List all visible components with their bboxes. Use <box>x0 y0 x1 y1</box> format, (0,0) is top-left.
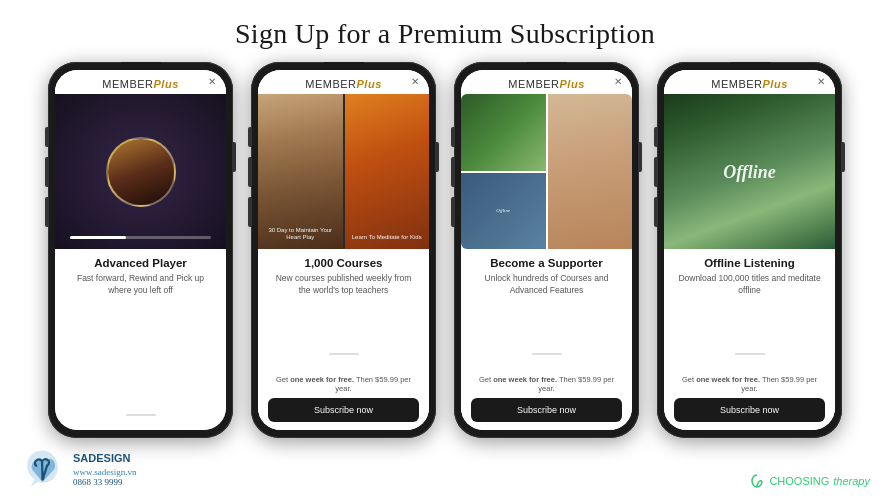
member-plus-label-1: MEMBERPlus <box>102 78 179 90</box>
member-plus-label-4: MEMBERPlus <box>711 78 788 90</box>
feature-desc-1: Fast forward, Rewind and Pick up where y… <box>67 273 214 408</box>
screen-footer-4: Get one week for free. Then $59.99 per y… <box>664 369 835 430</box>
sadesign-logo-icon <box>20 446 65 491</box>
divider-1 <box>126 414 156 416</box>
feature-title-2: 1,000 Courses <box>270 257 417 269</box>
screen-content-4: Offline Listening Download 100,000 title… <box>664 249 835 369</box>
trial-text-2: Get one week for free. Then $59.99 per y… <box>268 375 419 393</box>
feature-title-3: Become a Supporter <box>473 257 620 269</box>
feature-title-1: Advanced Player <box>67 257 214 269</box>
screen-header-4: MEMBERPlus ✕ <box>664 70 835 94</box>
page-title: Sign Up for a Premium Subscription <box>0 0 890 62</box>
screen-image-2: 30 Day to Maintain Your Heart Play Learn… <box>258 94 429 249</box>
watermark-choosing-therapy: CHOOSING therapy <box>749 473 870 489</box>
phone-4: MEMBERPlus ✕ Offline Listening Download … <box>657 62 842 438</box>
close-icon-4[interactable]: ✕ <box>817 76 825 87</box>
divider-2 <box>329 353 359 355</box>
member-plus-label-3: MEMBERPlus <box>508 78 585 90</box>
screen-content-3: Become a Supporter Unlock hundreds of Co… <box>461 249 632 369</box>
choosing-label: CHOOSING <box>769 475 829 487</box>
leaf-icon <box>749 473 765 489</box>
feature-desc-2: New courses published weekly from the wo… <box>270 273 417 347</box>
sadesign-phone: 0868 33 9999 <box>73 477 136 487</box>
screen-header-2: MEMBERPlus ✕ <box>258 70 429 94</box>
screen-content-2: 1,000 Courses New courses published week… <box>258 249 429 369</box>
sadesign-brand: SADESIGN <box>73 450 136 467</box>
subscribe-btn-4[interactable]: Subscribe now <box>674 398 825 422</box>
screen-image-4 <box>664 94 835 249</box>
phone-2: MEMBERPlus ✕ 30 Day to Maintain Your Hea… <box>251 62 436 438</box>
sadesign-url: www.sadesign.vn <box>73 467 136 477</box>
screen-footer-3: Get one week for free. Then $59.99 per y… <box>461 369 632 430</box>
close-icon-2[interactable]: ✕ <box>411 76 419 87</box>
trial-text-3: Get one week for free. Then $59.99 per y… <box>471 375 622 393</box>
screen-header-1: MEMBERPlus ✕ <box>55 70 226 94</box>
screen-header-3: MEMBERPlus ✕ <box>461 70 632 94</box>
phone-1: MEMBERPlus ✕ Advanced Player Fast forwar… <box>48 62 233 438</box>
screen-footer-2: Get one week for free. Then $59.99 per y… <box>258 369 429 430</box>
phones-container: MEMBERPlus ✕ Advanced Player Fast forwar… <box>0 62 890 438</box>
feature-title-4: Offline Listening <box>676 257 823 269</box>
divider-4 <box>735 353 765 355</box>
subscribe-btn-2[interactable]: Subscribe now <box>268 398 419 422</box>
trial-text-4: Get one week for free. Then $59.99 per y… <box>674 375 825 393</box>
screen-content-1: Advanced Player Fast forward, Rewind and… <box>55 249 226 430</box>
screen-image-1 <box>55 94 226 249</box>
watermark-sadesign: SADESIGN www.sadesign.vn 0868 33 9999 <box>20 446 136 491</box>
phone-3: MEMBERPlus ✕ Offline Become a Supporter … <box>454 62 639 438</box>
close-icon-3[interactable]: ✕ <box>614 76 622 87</box>
feature-desc-3: Unlock hundreds of Courses and Advanced … <box>473 273 620 347</box>
therapy-label: therapy <box>833 475 870 487</box>
divider-3 <box>532 353 562 355</box>
screen-image-3: Offline <box>461 94 632 249</box>
subscribe-btn-3[interactable]: Subscribe now <box>471 398 622 422</box>
close-icon-1[interactable]: ✕ <box>208 76 216 87</box>
feature-desc-4: Download 100,000 titles and meditate off… <box>676 273 823 347</box>
member-plus-label-2: MEMBERPlus <box>305 78 382 90</box>
